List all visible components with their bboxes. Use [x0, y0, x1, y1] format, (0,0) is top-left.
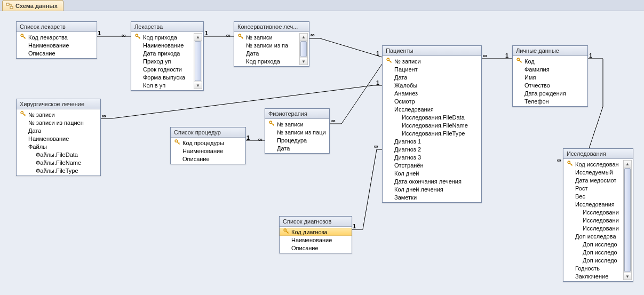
field-row[interactable]: Дата	[265, 144, 329, 152]
field-row[interactable]: Наименование	[171, 147, 245, 155]
field-row[interactable]: Код процедуры	[171, 139, 245, 147]
scroll-thumb[interactable]	[624, 168, 631, 272]
scrollbar[interactable]: ▲▼	[623, 160, 632, 280]
scrollbar[interactable]: ▲▼	[299, 33, 308, 65]
field-row[interactable]: −Исследования	[563, 200, 624, 208]
field-row[interactable]: Диагноз 2	[383, 145, 481, 153]
table-title[interactable]: Личные данные	[513, 46, 587, 56]
field-row[interactable]: −Доп исследова	[563, 232, 624, 240]
field-row[interactable]: Наименование	[17, 41, 97, 49]
field-row[interactable]: № записи из паци	[265, 128, 329, 136]
field-row[interactable]: Код лекарства	[17, 33, 97, 41]
field-row[interactable]: Дата	[234, 49, 300, 57]
scroll-up-icon[interactable]: ▲	[194, 34, 202, 41]
field-row[interactable]: Телефон	[513, 97, 587, 105]
field-row[interactable]: № записи	[17, 110, 100, 118]
field-row[interactable]: Исследования.FileName	[383, 121, 481, 129]
field-row[interactable]: Дата медосмот	[563, 176, 624, 184]
field-row[interactable]: Дата рождения	[513, 89, 587, 97]
table-title[interactable]: Исследования	[563, 149, 633, 159]
field-row[interactable]: Жалобы	[383, 81, 481, 89]
table-title[interactable]: Пациенты	[383, 46, 481, 56]
field-row[interactable]: Код исследован	[563, 160, 624, 168]
field-row[interactable]: Кол в уп	[131, 81, 195, 89]
table-title[interactable]: Список лекарств	[17, 22, 97, 32]
field-row[interactable]: Осмотр	[383, 97, 481, 105]
field-row[interactable]: № записи	[265, 120, 329, 128]
table-patsienty[interactable]: Пациенты№ записиПациентДатаЖалобыАнамнез…	[382, 45, 482, 203]
field-row[interactable]: Отстранён	[383, 161, 481, 169]
table-title[interactable]: Хирургическое лечение	[17, 99, 100, 109]
scroll-thumb[interactable]	[195, 41, 201, 81]
field-row[interactable]: № записи	[383, 57, 481, 65]
field-row[interactable]: Описание	[17, 49, 97, 57]
field-row[interactable]: Файлы.FileData	[17, 150, 100, 158]
field-row[interactable]: Дата прихода	[131, 49, 195, 57]
field-row[interactable]: Исследования.FileType	[383, 129, 481, 137]
table-issledovaniya[interactable]: ИсследованияКод исследованИсследуемыйДат…	[563, 148, 633, 282]
field-row[interactable]: Имя	[513, 73, 587, 81]
field-row[interactable]: Код диагноза	[280, 228, 352, 236]
table-lekarstva[interactable]: ЛекарстваКод приходаНаименованиеДата при…	[131, 21, 204, 91]
field-row[interactable]: Диагноз 1	[383, 137, 481, 145]
table-title[interactable]: Физиотерапия	[265, 109, 329, 119]
scroll-down-icon[interactable]: ▼	[194, 82, 202, 89]
field-row[interactable]: Годность	[563, 264, 624, 272]
field-row[interactable]: Исследовани	[563, 216, 624, 224]
table-spisok-diagnozov[interactable]: Список диагнозовКод диагнозаНаименование…	[279, 216, 352, 253]
field-row[interactable]: Заметки	[383, 193, 481, 201]
scroll-down-icon[interactable]: ▼	[624, 273, 631, 280]
field-row[interactable]: Исследуемый	[563, 168, 624, 176]
table-title[interactable]: Лекарства	[131, 22, 203, 32]
relationships-canvas[interactable]: { "tab": { "title": "Схема данных" }, "r…	[0, 0, 644, 295]
field-row[interactable]: Доп исследо	[563, 256, 624, 264]
field-row[interactable]: Заключение	[563, 272, 624, 280]
field-row[interactable]: Наименование	[131, 41, 195, 49]
field-row[interactable]: № записи из пациен	[17, 118, 100, 126]
table-konservativnoe[interactable]: Консервативное леч...№ записи№ записи из…	[234, 21, 309, 67]
field-row[interactable]: Форма выпуска	[131, 73, 195, 81]
field-row[interactable]: Приход уп	[131, 57, 195, 65]
scroll-up-icon[interactable]: ▲	[300, 34, 307, 41]
scroll-up-icon[interactable]: ▲	[624, 161, 631, 168]
scroll-down-icon[interactable]: ▼	[300, 58, 307, 65]
field-row[interactable]: −Файлы	[17, 142, 100, 150]
field-row[interactable]: Код прихода	[234, 57, 300, 65]
field-row[interactable]: Диагноз 3	[383, 153, 481, 161]
field-row[interactable]: № записи из па	[234, 41, 300, 49]
field-row[interactable]: Дата	[17, 126, 100, 134]
field-row[interactable]: Дата	[383, 73, 481, 81]
field-row[interactable]: Рост	[563, 184, 624, 192]
table-spisok-protsedur[interactable]: Список процедурКод процедурыНаименование…	[170, 127, 246, 164]
table-spisok-lekarstv[interactable]: Список лекарствКод лекарстваНаименование…	[16, 21, 97, 59]
field-row[interactable]: Отчество	[513, 81, 587, 89]
field-row[interactable]: Исследовани	[563, 208, 624, 216]
field-row[interactable]: Анамнез	[383, 89, 481, 97]
scrollbar[interactable]: ▲▼	[194, 33, 202, 89]
field-row[interactable]: Исследования.FileData	[383, 113, 481, 121]
field-row[interactable]: Наименование	[280, 236, 352, 244]
field-row[interactable]: Доп исследо	[563, 248, 624, 256]
field-row[interactable]: Дата окончания лечения	[383, 177, 481, 185]
field-row[interactable]: Наименование	[17, 134, 100, 142]
tab-schema[interactable]: Схема данных	[2, 0, 63, 11]
table-title[interactable]: Список диагнозов	[280, 217, 352, 227]
field-row[interactable]: Срок годности	[131, 65, 195, 73]
field-row[interactable]: Файлы.FileName	[17, 158, 100, 166]
field-row[interactable]: № записи	[234, 33, 300, 41]
field-row[interactable]: Процедура	[265, 136, 329, 144]
field-row[interactable]: Вес	[563, 192, 624, 200]
field-row[interactable]: Описание	[280, 244, 352, 252]
field-row[interactable]: Кол дней	[383, 169, 481, 177]
table-title[interactable]: Список процедур	[171, 127, 245, 138]
table-fizioterapiya[interactable]: Физиотерапия№ записи№ записи из пациПроц…	[265, 108, 330, 154]
field-row[interactable]: Фамилия	[513, 65, 587, 73]
field-row[interactable]: Описание	[171, 155, 245, 163]
table-lichnye-dannye[interactable]: Личные данныеКодФамилияИмяОтчествоДата р…	[512, 45, 588, 107]
field-row[interactable]: Кол дней лечения	[383, 185, 481, 193]
field-row[interactable]: Пациент	[383, 65, 481, 73]
field-row[interactable]: Код прихода	[131, 33, 195, 41]
field-row[interactable]: Код	[513, 57, 587, 65]
field-row[interactable]: −Исследования	[383, 105, 481, 113]
scroll-thumb[interactable]	[300, 41, 307, 57]
